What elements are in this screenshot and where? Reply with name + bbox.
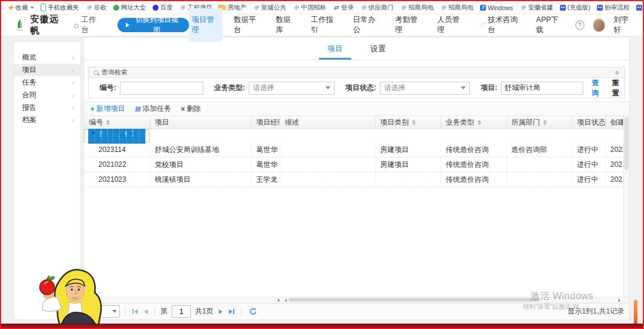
scrollbar-thumb[interactable] xyxy=(624,117,628,170)
data-grid: 编号 项目 项目经理 描述 项目类别 业务类型 所属部门 项目状态 创建时间 2… xyxy=(84,116,629,297)
main-panel: 项目 设置 查询检索 编号: 业务类型: 请选择 项目状态: 请选择 项目: 查… xyxy=(83,37,630,320)
biz-type-select[interactable]: 请选择 xyxy=(249,82,335,95)
sidebar-item-projects[interactable]: 项目 xyxy=(14,64,80,76)
windows-watermark-title: 激活 Windows xyxy=(530,290,593,303)
search-panel: 查询检索 编号: 业务类型: 请选择 项目状态: 请选择 项目: 查询 重置 xyxy=(88,67,625,98)
sidebar-item-overview[interactable]: 概览 xyxy=(14,51,80,64)
user-name[interactable]: 刘宇轩 xyxy=(614,15,634,35)
column-header-biz-type[interactable]: 业务类型 xyxy=(441,116,506,129)
arrow-right-icon xyxy=(126,23,129,27)
bar-icon xyxy=(233,309,234,314)
help-icon[interactable] xyxy=(575,20,584,30)
bar-icon xyxy=(132,309,134,314)
next-page-button[interactable] xyxy=(218,309,224,314)
project-label: 项目: xyxy=(481,83,497,93)
page-number-input[interactable] xyxy=(172,305,191,318)
chevron-right-icon xyxy=(72,104,75,112)
grid-header-row: 编号 项目 项目经理 描述 项目类别 业务类型 所属部门 项目状态 创建时间 xyxy=(84,116,629,129)
bookmark-item[interactable]: 保密工作 xyxy=(636,4,643,12)
top-nav: 项目管理 数据平台 数据库 工作指引 日常办公 考勤管理 人员管理 技术咨询台 … xyxy=(189,8,634,42)
column-header-status[interactable]: 项目状态 xyxy=(572,116,605,129)
switch-view-button[interactable]: 切换到项目视图 xyxy=(117,18,188,32)
status-value: 请选择 xyxy=(384,83,405,93)
column-header-manager[interactable]: 项目经理 xyxy=(251,116,280,129)
nav-item-database[interactable]: 数据库 xyxy=(273,8,300,42)
table-row-selected[interactable]: 2021021 舒城审计局项目葛世华 房建项目传统造价咨询造价咨询部 进行中20… xyxy=(84,129,150,142)
nav-item-personnel[interactable]: 人员管理 xyxy=(434,8,467,42)
column-header-category[interactable]: 项目类别 xyxy=(375,116,441,129)
bookmark-label: 百度 xyxy=(160,4,173,12)
sort-icon xyxy=(106,120,110,125)
first-page-button[interactable] xyxy=(131,309,139,314)
page-prefix-label: 第 xyxy=(160,306,168,316)
home-icon xyxy=(74,20,79,30)
brand-name: 安徽远帆 xyxy=(30,14,67,36)
bookmark-item[interactable]: 收藏 xyxy=(7,4,34,12)
code-input[interactable] xyxy=(120,82,203,95)
triangle-left-icon xyxy=(144,309,148,314)
sidebar-item-contracts[interactable]: 合同 xyxy=(14,89,80,101)
nav-item-attendance[interactable]: 考勤管理 xyxy=(392,8,425,42)
status-label: 项目状态: xyxy=(345,83,376,93)
user-avatar[interactable] xyxy=(593,18,606,32)
nav-item-data-platform[interactable]: 数据平台 xyxy=(231,8,264,42)
consult-badge-icon xyxy=(479,21,486,30)
refresh-button[interactable] xyxy=(249,308,257,315)
reset-button[interactable]: 重置 xyxy=(612,78,624,98)
divider xyxy=(154,307,155,316)
star-icon xyxy=(7,4,14,11)
brand-logo xyxy=(12,17,27,33)
nav-item-daily-office[interactable]: 日常办公 xyxy=(350,8,383,42)
table-row[interactable]: 2023114 舒城公安局训练基地葛世华 房建项目传统造价咨询造价咨询部 进行中… xyxy=(84,142,629,157)
globe-icon xyxy=(86,4,92,11)
add-task-button[interactable]: 添加任务 xyxy=(135,104,171,114)
scrollbar-thumb[interactable] xyxy=(289,298,539,302)
scroll-right-icon[interactable] xyxy=(618,299,621,302)
add-project-label: 新增项目 xyxy=(97,104,125,114)
sidebar-item-archives[interactable]: 档案 xyxy=(14,114,80,126)
sort-icon xyxy=(543,120,547,125)
sidebar-item-reports[interactable]: 报告 xyxy=(14,101,80,114)
column-header-code[interactable]: 编号 xyxy=(84,116,150,129)
column-header-description[interactable]: 描述 xyxy=(280,116,375,129)
status-select[interactable]: 请选择 xyxy=(380,82,470,95)
code-label: 编号: xyxy=(100,83,116,93)
divider xyxy=(241,307,242,316)
scroll-right-icon[interactable] xyxy=(278,299,280,302)
bookmark-item[interactable]: 网址大全 xyxy=(113,4,146,12)
bookmark-item[interactable]: 谷歌 xyxy=(86,4,107,12)
nav-item-tech-consult[interactable]: 技术咨询台 xyxy=(476,8,525,42)
bookmark-item[interactable]: 手机收藏夹 xyxy=(41,4,79,12)
page-total-label: 共1页 xyxy=(195,306,213,316)
bookmark-item[interactable]: 百度 xyxy=(153,4,173,12)
table-row[interactable]: 2021023 桃溪镇项目王学龙 传统造价咨询 进行中2021 xyxy=(84,172,629,187)
workbench-label: 工作台 xyxy=(81,15,102,35)
delete-label: 删除 xyxy=(187,104,201,114)
prev-page-button[interactable] xyxy=(143,309,149,314)
column-header-department[interactable]: 所属部门 xyxy=(506,116,572,129)
workbench-link[interactable]: 工作台 xyxy=(74,15,103,35)
project-input[interactable] xyxy=(501,82,583,95)
last-page-button[interactable] xyxy=(228,309,236,314)
nav-item-work-guide[interactable]: 工作指引 xyxy=(308,8,341,42)
delete-button[interactable]: 删除 xyxy=(181,104,201,114)
collapse-icon[interactable] xyxy=(614,70,622,75)
add-task-label: 添加任务 xyxy=(143,104,171,114)
triangle-right-icon xyxy=(219,309,222,314)
column-header-project[interactable]: 项目 xyxy=(150,116,251,129)
search-panel-header: 查询检索 xyxy=(89,67,624,78)
triangle-right-icon xyxy=(229,309,233,314)
bookmark-label: 手机收藏夹 xyxy=(48,4,79,12)
task-grid-icon xyxy=(135,105,141,113)
phone-icon xyxy=(41,4,46,11)
search-button[interactable]: 查询 xyxy=(592,78,604,98)
chevron-right-icon xyxy=(72,116,75,125)
add-project-button[interactable]: 新增项目 xyxy=(90,104,125,114)
nav-item-app-download[interactable]: APP下载 xyxy=(533,8,567,42)
table-row[interactable]: 2021022 党校项目葛世华 房建项目传统造价咨询 进行中2021 xyxy=(84,157,629,172)
scroll-left-icon[interactable] xyxy=(284,299,287,302)
vertical-scrollbar[interactable] xyxy=(623,116,629,297)
chevron-right-icon xyxy=(72,79,75,87)
nav-item-project-management[interactable]: 项目管理 xyxy=(189,8,222,42)
sidebar-item-tasks[interactable]: 任务 xyxy=(14,76,80,89)
